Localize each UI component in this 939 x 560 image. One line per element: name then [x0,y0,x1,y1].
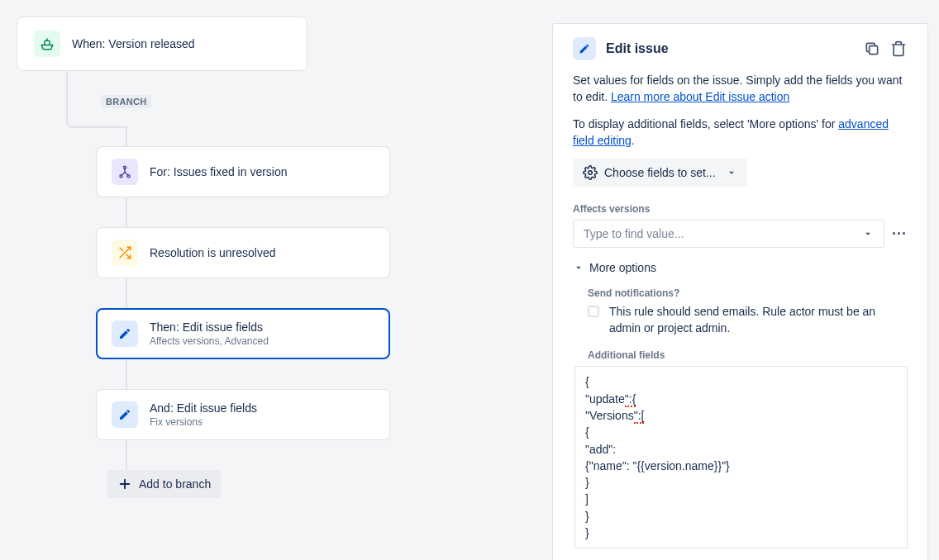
branch-connector: BRANCH [66,71,546,108]
select-placeholder: Type to find value... [584,227,684,240]
additional-fields-textarea[interactable]: {"update":{"Versions":[{"add":{"name": "… [574,366,908,548]
pencil-icon [112,401,138,428]
branch-node-edit[interactable]: And: Edit issue fields Fix versions [96,389,390,440]
more-options-label: More options [589,261,656,274]
node-subtitle: Fix versions [150,416,257,428]
add-branch-label: Add to branch [139,477,211,491]
node-title: For: Issues fixed in version [150,165,288,178]
delete-button[interactable] [889,40,908,58]
node-subtitle: Affects versions, Advanced [150,335,269,347]
send-notifications-text: This rule should send emails. Rule actor… [609,304,908,336]
connector [126,440,127,470]
trigger-label: When: Version released [72,37,195,50]
panel-title: Edit issue [606,41,853,56]
branch-node-condition[interactable]: Resolution is unresolved [96,227,390,278]
connector [126,197,127,227]
connector [126,359,127,389]
branch-node-for[interactable]: For: Issues fixed in version [96,146,390,197]
node-title: Then: Edit issue fields [150,320,269,334]
connector [126,128,127,146]
chevron-down-icon [862,228,874,240]
gear-icon [583,165,598,180]
node-title: And: Edit issue fields [150,401,257,415]
svg-rect-3 [870,46,878,55]
svg-point-4 [589,171,593,175]
chevron-down-icon [573,262,584,273]
panel-description: Set values for fields on the issue. Simp… [573,72,908,106]
affects-versions-select[interactable]: Type to find value... [573,220,884,248]
branch-node-edit-selected[interactable]: Then: Edit issue fields Affects versions… [96,308,390,359]
send-notifications-checkbox[interactable] [588,306,599,317]
network-icon [112,159,138,185]
choose-fields-label: Choose fields to set... [604,166,716,179]
field-more-button[interactable]: ··· [891,225,908,243]
trigger-node[interactable]: When: Version released [17,17,307,71]
automation-flow-panel: When: Version released BRANCH For: Issue… [17,17,546,560]
connector [126,278,127,308]
ship-icon [34,31,60,57]
branch-tag: BRANCH [101,95,151,108]
choose-fields-button[interactable]: Choose fields to set... [573,159,747,187]
shuffle-icon [112,240,138,266]
affects-label: Affects versions [573,203,908,215]
copy-button[interactable] [863,40,881,58]
edit-issue-panel: Edit issue Set values for fields on the … [552,23,928,560]
panel-description-2: To display additional fields, select 'Mo… [573,116,908,149]
additional-fields-label: Additional fields [588,349,908,361]
branch-elbow [66,108,127,128]
pencil-icon [112,320,138,347]
add-to-branch-button[interactable]: Add to branch [107,470,221,498]
pencil-icon [573,37,596,60]
send-notifications-label: Send notifications? [588,287,908,299]
more-options-toggle[interactable]: More options [573,261,908,274]
learn-more-link[interactable]: Learn more about Edit issue action [611,90,789,103]
chevron-down-icon [726,167,737,178]
node-title: Resolution is unresolved [150,246,276,259]
